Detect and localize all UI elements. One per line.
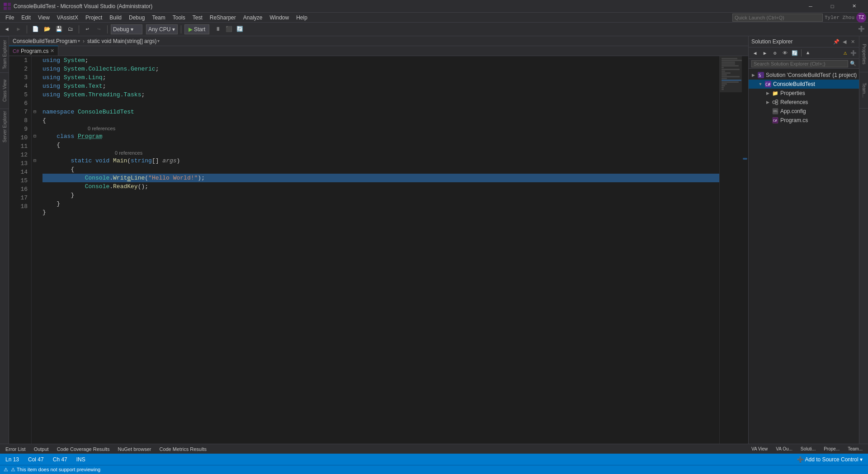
- tree-appconfig[interactable]: ▶ XML App.config: [749, 107, 859, 116]
- se-close-button[interactable]: ✕: [849, 38, 856, 45]
- bottom-tab-nuget[interactable]: NuGet browser: [114, 445, 155, 454]
- menu-team[interactable]: Team: [148, 14, 169, 22]
- menu-view[interactable]: View: [34, 14, 53, 22]
- save-all-button[interactable]: 🗂: [66, 24, 75, 34]
- bottom-tab-metrics[interactable]: Code Metrics Results: [156, 445, 210, 454]
- menu-window[interactable]: Window: [266, 14, 292, 22]
- redo-button[interactable]: ↪: [94, 24, 104, 34]
- hint-gap-11: [32, 149, 38, 156]
- menu-edit[interactable]: Edit: [18, 14, 34, 22]
- side-tab-team-explorer[interactable]: Team Explorer: [0, 36, 9, 72]
- expand-references[interactable]: ▶: [765, 100, 770, 105]
- se-showall-button[interactable]: 👁: [780, 48, 789, 57]
- new-file-button[interactable]: 📄: [30, 24, 40, 34]
- close-button[interactable]: ✕: [844, 0, 864, 13]
- stop-button[interactable]: ⬛: [224, 24, 234, 34]
- se-forward-button[interactable]: ▶: [760, 48, 769, 57]
- tab-program-cs[interactable]: C# Program.cs ✕: [9, 46, 58, 56]
- se-search-icon[interactable]: 🔍: [850, 61, 856, 66]
- collapse-9[interactable]: ⊟: [32, 132, 38, 141]
- tree-project[interactable]: ▼ C# ConsoleBuildTest: [749, 80, 859, 89]
- window-controls[interactable]: ─ □ ✕: [800, 0, 864, 13]
- undo-button[interactable]: ↩: [82, 24, 92, 34]
- bottom-tab-properties[interactable]: Prope...: [820, 445, 843, 454]
- se-add-button[interactable]: ➕: [850, 49, 857, 57]
- tree-references[interactable]: ▶ References: [749, 98, 859, 107]
- bottom-tab-solution[interactable]: Soluti...: [797, 445, 819, 454]
- bottom-tab-output[interactable]: Output: [30, 445, 52, 454]
- minimize-button[interactable]: ─: [800, 0, 821, 13]
- bottom-tab-coverage[interactable]: Code Coverage Results: [53, 445, 113, 454]
- bottom-tab-error-list[interactable]: Error List: [2, 445, 29, 454]
- se-back-button[interactable]: ◀: [750, 48, 760, 57]
- tree-properties[interactable]: ▶ 📁 Properties: [749, 89, 859, 98]
- menu-file[interactable]: File: [2, 14, 18, 22]
- bottom-tab-va-out[interactable]: VA Ou...: [772, 445, 796, 454]
- code-line-7: namespace ConsoleBuildTest: [42, 108, 719, 116]
- se-properties-button[interactable]: ⚙: [770, 48, 779, 57]
- status-insert-mode[interactable]: INS: [75, 454, 87, 465]
- save-button[interactable]: 💾: [54, 24, 64, 34]
- platform-dropdown[interactable]: Any CPU ▾: [146, 24, 178, 34]
- menu-debug[interactable]: Debug: [125, 14, 148, 22]
- solution-icon: S: [758, 72, 764, 78]
- menu-analyze[interactable]: Analyze: [240, 14, 266, 22]
- menu-test[interactable]: Test: [189, 14, 206, 22]
- collapse-11[interactable]: ⊟: [32, 156, 38, 165]
- side-tab-right-1[interactable]: Properties: [859, 36, 868, 72]
- expand-project[interactable]: ▼: [758, 81, 763, 87]
- status-position-ch[interactable]: Ch 47: [51, 454, 69, 465]
- collapse-2: [32, 65, 38, 73]
- add-button[interactable]: ➕: [856, 24, 866, 34]
- collapse-8: [32, 116, 38, 125]
- tree-solution[interactable]: ▶ S Solution 'ConsoleBuildTest' (1 proje…: [749, 71, 859, 80]
- status-source-control[interactable]: ➕ Add to Source Control ▾: [795, 454, 864, 465]
- menu-project[interactable]: Project: [82, 14, 106, 22]
- bottom-tabs-bar: Error List Output Code Coverage Results …: [0, 444, 868, 454]
- code-line-10: {: [42, 141, 719, 149]
- start-button[interactable]: ▶ Start: [184, 24, 209, 34]
- svg-line-12: [775, 103, 776, 103]
- menu-vassistx[interactable]: VAssistX: [53, 14, 82, 22]
- line-numbers: 1 2 3 4 5 6 7 8 9 10 11 12 13 14 15 16 1: [9, 56, 32, 444]
- restart-button[interactable]: 🔄: [235, 24, 245, 34]
- menu-help[interactable]: Help: [292, 14, 311, 22]
- tab-close-button[interactable]: ✕: [50, 48, 54, 54]
- breadcrumb-project[interactable]: ConsoleBuildTest.Program ▾: [11, 38, 82, 44]
- collapse-7[interactable]: ⊟: [32, 108, 38, 116]
- code-content[interactable]: using System; using System.Collections.G…: [38, 56, 719, 444]
- side-tab-server-explorer[interactable]: Server Explorer: [0, 109, 9, 145]
- tree-program-cs[interactable]: ▶ C# Program.cs: [749, 116, 859, 125]
- se-refresh-button[interactable]: 🔄: [790, 48, 799, 57]
- expand-properties[interactable]: ▶: [765, 90, 770, 96]
- references-label: References: [780, 99, 808, 105]
- bottom-tab-va-view[interactable]: VA View: [748, 445, 771, 454]
- breadcrumb-method[interactable]: static void Main(string[] args) ▾: [85, 38, 161, 44]
- collapse-3: [32, 73, 38, 82]
- se-collapse-button[interactable]: ▲: [803, 48, 812, 57]
- menu-resharper[interactable]: ReSharper: [206, 14, 240, 22]
- bottom-tab-team[interactable]: Team...: [844, 445, 866, 454]
- breadcrumb-arrow-2: ▾: [157, 38, 160, 43]
- side-tab-right-2[interactable]: Team...: [859, 72, 868, 109]
- se-pin-button[interactable]: 📌: [833, 38, 840, 45]
- back-button[interactable]: ◀: [2, 24, 12, 34]
- status-position-col[interactable]: Col 47: [26, 454, 46, 465]
- side-tab-class-view[interactable]: Class View: [0, 72, 9, 109]
- quick-launch-input[interactable]: [732, 14, 823, 22]
- code-editor[interactable]: 1 2 3 4 5 6 7 8 9 10 11 12 13 14 15 16 1: [9, 56, 748, 444]
- collapse-4: [32, 82, 38, 90]
- se-search-input[interactable]: [751, 60, 848, 67]
- forward-button[interactable]: ▶: [14, 24, 24, 34]
- collapse-1: [32, 56, 38, 65]
- config-dropdown[interactable]: Debug ▾: [111, 24, 142, 34]
- menu-tools[interactable]: Tools: [169, 14, 189, 22]
- menu-build[interactable]: Build: [106, 14, 125, 22]
- notification-text: ⚠ This item does not support previewing: [11, 467, 100, 473]
- pause-button[interactable]: ⏸: [213, 24, 223, 34]
- open-button[interactable]: 📂: [42, 24, 52, 34]
- expand-solution[interactable]: ▶: [750, 72, 756, 78]
- maximize-button[interactable]: □: [822, 0, 843, 13]
- se-auto-hide-button[interactable]: ◀: [841, 38, 848, 45]
- status-position-ln[interactable]: Ln 13: [4, 454, 21, 465]
